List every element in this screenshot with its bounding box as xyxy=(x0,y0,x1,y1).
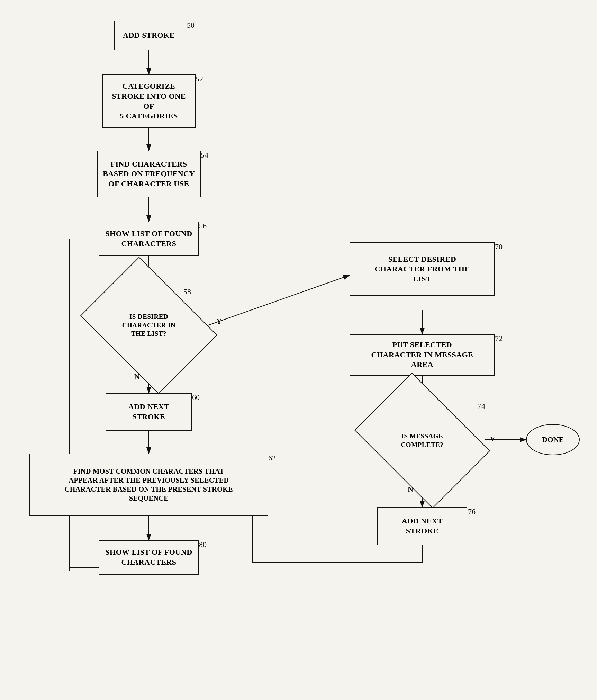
num-54: 54 xyxy=(201,151,208,160)
add-next-76-box: ADD NEXT STROKE xyxy=(377,507,467,545)
num-76: 76 xyxy=(468,507,476,516)
num-56: 56 xyxy=(199,222,207,231)
flowchart: ADD STROKE 50 CATEGORIZE STROKE INTO ONE… xyxy=(0,0,597,700)
diamond-74-text: IS MESSAGE COMPLETE? xyxy=(401,432,444,449)
find-chars-box: FIND CHARACTERS BASED ON FREQUENCY OF CH… xyxy=(97,151,201,197)
svg-line-5 xyxy=(208,275,350,325)
num-74: 74 xyxy=(478,402,485,411)
categorize-box: CATEGORIZE STROKE INTO ONE OF 5 CATEGORI… xyxy=(102,74,196,128)
num-50: 50 xyxy=(187,21,195,30)
num-52: 52 xyxy=(196,74,203,83)
add-next-60-box: ADD NEXT STROKE xyxy=(106,393,192,431)
num-80: 80 xyxy=(199,540,207,549)
label-y-58: Y xyxy=(216,317,222,326)
show-list-80-box: SHOW LIST OF FOUND CHARACTERS xyxy=(99,540,199,575)
put-selected-72-box: PUT SELECTED CHARACTER IN MESSAGE AREA xyxy=(350,334,495,376)
diamond-58-text: IS DESIRED CHARACTER IN THE LIST? xyxy=(122,313,175,338)
done-oval: DONE xyxy=(526,424,580,455)
label-n-74: N xyxy=(408,485,413,494)
num-72: 72 xyxy=(495,334,503,343)
label-n-58: N xyxy=(134,372,140,381)
label-y-74: Y xyxy=(490,434,495,443)
num-70: 70 xyxy=(495,242,503,251)
num-58: 58 xyxy=(183,287,191,296)
diamond-74: IS MESSAGE COMPLETE? xyxy=(367,400,478,481)
find-most-62-box: FIND MOST COMMON CHARACTERS THAT APPEAR … xyxy=(29,454,268,516)
select-70-box: SELECT DESIRED CHARACTER FROM THE LIST xyxy=(350,242,495,296)
diamond-58: IS DESIRED CHARACTER IN THE LIST? xyxy=(93,284,204,367)
show-list-56-box: SHOW LIST OF FOUND CHARACTERS xyxy=(99,222,199,256)
add-stroke-box: ADD STROKE xyxy=(114,21,183,50)
num-62: 62 xyxy=(268,454,276,463)
num-60: 60 xyxy=(192,393,200,402)
arrows-svg xyxy=(0,0,597,700)
